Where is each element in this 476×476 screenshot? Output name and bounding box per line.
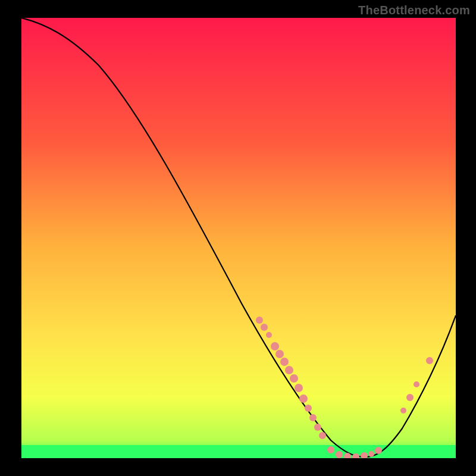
svg-point-24 bbox=[426, 357, 433, 364]
svg-point-5 bbox=[280, 358, 289, 366]
green-band bbox=[21, 445, 456, 458]
svg-point-21 bbox=[400, 408, 406, 414]
svg-point-1 bbox=[261, 324, 268, 331]
chart-plot-area bbox=[21, 18, 456, 458]
svg-point-20 bbox=[375, 447, 382, 454]
chart-frame: TheBottleneck.com bbox=[0, 0, 476, 476]
chart-svg bbox=[21, 18, 456, 458]
svg-point-9 bbox=[299, 394, 308, 403]
svg-point-2 bbox=[266, 332, 272, 338]
svg-point-10 bbox=[305, 405, 312, 412]
svg-point-22 bbox=[406, 394, 414, 401]
svg-point-4 bbox=[275, 350, 284, 358]
svg-point-19 bbox=[368, 451, 374, 457]
gradient-background bbox=[21, 18, 456, 458]
svg-point-15 bbox=[336, 451, 343, 458]
svg-point-7 bbox=[290, 374, 298, 383]
svg-point-12 bbox=[314, 424, 321, 431]
svg-point-6 bbox=[285, 366, 293, 374]
watermark-text: TheBottleneck.com bbox=[358, 4, 470, 17]
svg-point-11 bbox=[309, 414, 317, 421]
svg-point-3 bbox=[271, 342, 279, 350]
svg-point-13 bbox=[319, 432, 326, 439]
svg-point-8 bbox=[295, 384, 303, 392]
svg-point-14 bbox=[327, 446, 334, 453]
svg-point-23 bbox=[414, 381, 419, 387]
svg-point-0 bbox=[256, 317, 263, 324]
